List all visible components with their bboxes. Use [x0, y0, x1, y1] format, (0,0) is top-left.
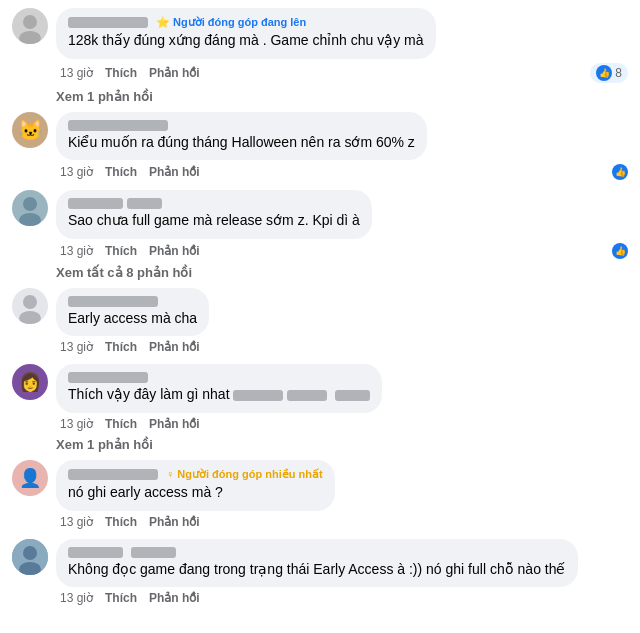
- username-blur: [68, 120, 168, 131]
- like-button[interactable]: Thích: [105, 165, 137, 179]
- comment-item: Early access mà cha 13 giờ Thích Phản hồ…: [12, 288, 628, 355]
- username-blur: [68, 547, 123, 558]
- comment-text: Early access mà cha: [68, 309, 197, 329]
- like-button[interactable]: Thích: [105, 340, 137, 354]
- username-blur: [68, 296, 158, 307]
- comment-bubble: Sao chưa full game mà release sớm z. Kpi…: [56, 190, 372, 239]
- comment-text: nó ghi early access mà ?: [68, 483, 323, 503]
- comment-time: 13 giờ: [60, 591, 93, 605]
- comment-text: 128k thấy đúng xứng đáng mà . Game chỉnh…: [68, 31, 424, 51]
- username-blur: [68, 469, 158, 480]
- comment-body: Không đọc game đang trong trạng thái Ear…: [56, 539, 628, 606]
- comment-item: 👩 Thích vậy đây làm gì nhat 13 giờ Thích: [12, 364, 628, 431]
- username-blur-2: [127, 198, 162, 209]
- comment-time: 13 giờ: [60, 417, 93, 431]
- comment-actions: 13 giờ Thích Phản hồi: [60, 515, 628, 529]
- name-block: [68, 296, 197, 307]
- avatar: 👩: [12, 364, 48, 400]
- reply-button[interactable]: Phản hồi: [149, 340, 200, 354]
- comment-time: 13 giờ: [60, 165, 93, 179]
- comment-bubble: Thích vậy đây làm gì nhat: [56, 364, 382, 413]
- comment-item: ⭐ Người đóng góp đang lên 128k thấy đúng…: [12, 8, 628, 83]
- avatar: [12, 288, 48, 324]
- comment-actions: 13 giờ Thích Phản hồi: [60, 591, 628, 605]
- avatar: 🐱: [12, 112, 48, 148]
- like-button[interactable]: Thích: [105, 515, 137, 529]
- mention-blur-3: [335, 390, 370, 401]
- name-block: ⭐ Người đóng góp đang lên: [68, 16, 424, 29]
- avatar: [12, 190, 48, 226]
- comment-item: Sao chưa full game mà release sớm z. Kpi…: [12, 190, 628, 259]
- view-replies[interactable]: Xem 1 phản hồi: [56, 437, 628, 452]
- comment-item: Không đọc game đang trong trạng thái Ear…: [12, 539, 628, 606]
- like-button[interactable]: Thích: [105, 417, 137, 431]
- username-blur-2: [131, 547, 176, 558]
- comment-text: Thích vậy đây làm gì nhat: [68, 385, 370, 405]
- comment-time: 13 giờ: [60, 515, 93, 529]
- name-block: [68, 120, 415, 131]
- username-blur: [68, 372, 148, 383]
- avatar: 👤: [12, 460, 48, 496]
- reply-button[interactable]: Phản hồi: [149, 244, 200, 258]
- like-button[interactable]: Thích: [105, 66, 137, 80]
- like-icon: 👍: [596, 65, 612, 81]
- comment-body: Early access mà cha 13 giờ Thích Phản hồ…: [56, 288, 628, 355]
- comment-body: ♀ Người đóng góp nhiều nhất nó ghi early…: [56, 460, 628, 529]
- comment-item: 🐱 Kiểu muốn ra đúng tháng Halloween nên …: [12, 112, 628, 181]
- svg-point-1: [19, 31, 41, 44]
- svg-point-7: [23, 546, 37, 560]
- name-block: [68, 372, 370, 383]
- comment-actions: 13 giờ Thích Phản hồi 👍: [60, 164, 628, 180]
- comment-bubble: ♀ Người đóng góp nhiều nhất nó ghi early…: [56, 460, 335, 511]
- comment-text: Kiểu muốn ra đúng tháng Halloween nên ra…: [68, 133, 415, 153]
- comment-bubble: ⭐ Người đóng góp đang lên 128k thấy đúng…: [56, 8, 436, 59]
- reply-button[interactable]: Phản hồi: [149, 591, 200, 605]
- username-blur: [68, 17, 148, 28]
- mention-blur-1: [233, 390, 283, 401]
- comment-actions: 13 giờ Thích Phản hồi: [60, 340, 628, 354]
- comment-actions: 13 giờ Thích Phản hồi 👍 8: [60, 63, 628, 83]
- reply-button[interactable]: Phản hồi: [149, 515, 200, 529]
- name-block: [68, 547, 566, 558]
- comment-body: Sao chưa full game mà release sớm z. Kpi…: [56, 190, 628, 259]
- comment-bubble: Kiểu muốn ra đúng tháng Halloween nên ra…: [56, 112, 427, 161]
- comment-text-part: Thích vậy đây làm gì nhat: [68, 386, 233, 402]
- comment-item: 👤 ♀ Người đóng góp nhiều nhất nó ghi ear…: [12, 460, 628, 529]
- like-button[interactable]: Thích: [105, 591, 137, 605]
- svg-point-3: [19, 213, 41, 226]
- reply-button[interactable]: Phản hồi: [149, 66, 200, 80]
- name-block: ♀ Người đóng góp nhiều nhất: [68, 468, 323, 481]
- comment-text: Sao chưa full game mà release sớm z. Kpi…: [68, 211, 360, 231]
- like-button[interactable]: Thích: [105, 244, 137, 258]
- like-bubble: 👍 8: [590, 63, 628, 83]
- comment-actions: 13 giờ Thích Phản hồi 👍: [60, 243, 628, 259]
- comment-body: Thích vậy đây làm gì nhat 13 giờ Thích P…: [56, 364, 628, 431]
- comment-time: 13 giờ: [60, 340, 93, 354]
- avatar: [12, 8, 48, 44]
- like-icon: 👍: [612, 243, 628, 259]
- mention-blur-2: [287, 390, 327, 401]
- reply-button[interactable]: Phản hồi: [149, 417, 200, 431]
- like-count: 👍 8: [590, 63, 628, 83]
- username-blur: [68, 198, 123, 209]
- svg-point-0: [23, 15, 37, 29]
- view-replies[interactable]: Xem 1 phản hồi: [56, 89, 628, 104]
- comment-time: 13 giờ: [60, 66, 93, 80]
- name-block: [68, 198, 360, 209]
- like-number: 8: [615, 66, 622, 80]
- like-count: 👍: [604, 243, 628, 259]
- comment-actions: 13 giờ Thích Phản hồi: [60, 417, 628, 431]
- comment-bubble: Early access mà cha: [56, 288, 209, 337]
- comment-body: ⭐ Người đóng góp đang lên 128k thấy đúng…: [56, 8, 628, 83]
- like-count: 👍: [604, 164, 628, 180]
- reply-button[interactable]: Phản hồi: [149, 165, 200, 179]
- svg-point-5: [19, 311, 41, 324]
- view-all-replies[interactable]: Xem tất cả 8 phản hồi: [56, 265, 628, 280]
- comments-container: ⭐ Người đóng góp đang lên 128k thấy đúng…: [0, 0, 640, 619]
- comment-bubble: Không đọc game đang trong trạng thái Ear…: [56, 539, 578, 588]
- svg-point-2: [23, 197, 37, 211]
- like-icon: 👍: [612, 164, 628, 180]
- comment-time: 13 giờ: [60, 244, 93, 258]
- comment-body: Kiểu muốn ra đúng tháng Halloween nên ra…: [56, 112, 628, 181]
- contributor-badge: ⭐ Người đóng góp đang lên: [156, 16, 306, 29]
